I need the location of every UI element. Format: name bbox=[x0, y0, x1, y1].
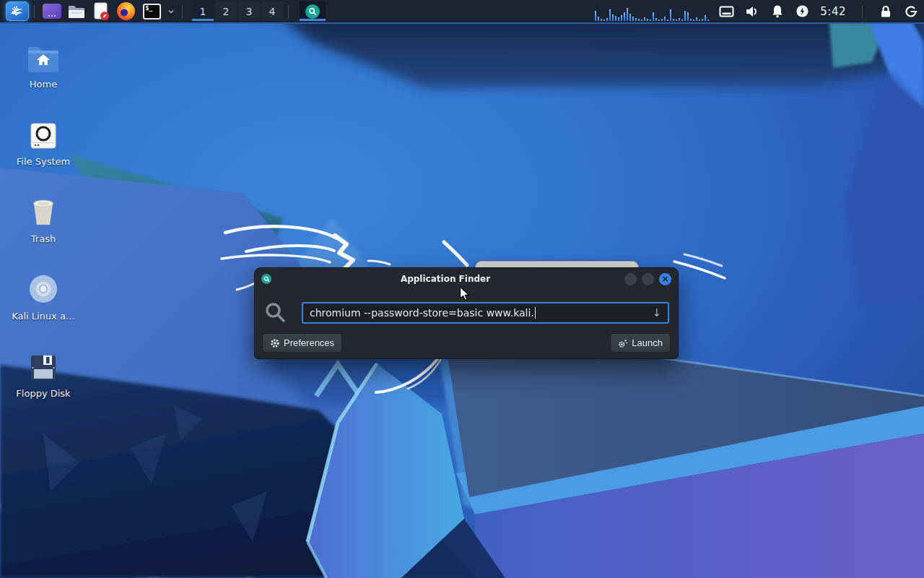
application-finder-icon bbox=[261, 274, 271, 284]
desktop-icon-label: Home bbox=[10, 79, 77, 90]
gear-icon bbox=[270, 338, 280, 348]
launcher-text-editor[interactable] bbox=[90, 1, 112, 22]
launcher-terminal-emulator[interactable]: $_ bbox=[139, 1, 164, 22]
launcher-terminal-purple[interactable] bbox=[41, 1, 63, 22]
desktop-icon-floppy-disk[interactable]: Floppy Disk bbox=[10, 348, 77, 399]
desktop-icon-kali-linux-cd[interactable]: Kali Linux a… bbox=[10, 271, 77, 322]
file-manager-icon bbox=[67, 3, 86, 20]
hard-drive-icon bbox=[10, 116, 77, 150]
close-button[interactable]: × bbox=[659, 273, 671, 285]
workspace-switcher: 1 2 3 4 bbox=[192, 1, 283, 21]
search-icon bbox=[264, 301, 287, 324]
mouse-cursor bbox=[459, 286, 474, 302]
panel-separator bbox=[862, 5, 863, 18]
window-title: Application Finder bbox=[271, 274, 619, 284]
clock[interactable]: 5:42 bbox=[820, 5, 846, 18]
terminal-icon: $_ bbox=[143, 4, 161, 20]
launch-button[interactable]: Launch bbox=[610, 333, 671, 353]
trash-icon bbox=[10, 194, 77, 227]
desktop: Home File System Trash bbox=[0, 0, 924, 578]
lock-icon[interactable] bbox=[879, 4, 893, 19]
application-finder-window: Application Finder × chromium --password… bbox=[254, 267, 679, 359]
preferences-button-label: Preferences bbox=[284, 337, 334, 348]
power-icon[interactable] bbox=[796, 4, 809, 18]
taskbar-item-application-finder[interactable] bbox=[300, 1, 326, 21]
chevron-down-icon[interactable] bbox=[167, 7, 175, 16]
search-input[interactable]: chromium --password-store=basic www.kali… bbox=[302, 302, 669, 324]
desktop-icon-trash[interactable]: Trash bbox=[10, 194, 77, 244]
panel-separator bbox=[34, 5, 35, 18]
launch-icon bbox=[618, 338, 628, 348]
firefox-icon bbox=[117, 2, 135, 20]
kali-dragon-icon bbox=[9, 3, 26, 20]
display-icon[interactable] bbox=[719, 4, 734, 19]
logout-icon[interactable] bbox=[904, 4, 918, 19]
volume-icon[interactable] bbox=[745, 4, 759, 19]
notifications-icon[interactable] bbox=[770, 4, 785, 19]
text-editor-icon bbox=[92, 2, 110, 21]
panel-separator bbox=[288, 5, 289, 18]
top-panel: $_ 1 2 3 4 bbox=[0, 0, 924, 24]
desktop-icon-label: Trash bbox=[10, 233, 77, 244]
desktop-icon-label: Floppy Disk bbox=[10, 388, 77, 399]
floppy-disk-icon bbox=[10, 348, 77, 381]
desktop-icon-file-system[interactable]: File System bbox=[10, 116, 77, 167]
launcher-file-manager[interactable] bbox=[66, 1, 87, 22]
home-folder-icon bbox=[10, 39, 77, 72]
workspace-2[interactable]: 2 bbox=[215, 1, 237, 21]
optical-disc-icon bbox=[10, 271, 77, 304]
launcher-firefox[interactable] bbox=[115, 1, 136, 22]
applications-menu-button[interactable] bbox=[6, 1, 29, 21]
panel-separator bbox=[182, 5, 183, 18]
cpu-graph[interactable] bbox=[595, 2, 710, 21]
desktop-icon-label: File System bbox=[10, 156, 77, 167]
maximize-button[interactable] bbox=[642, 273, 654, 285]
search-input-value: chromium --password-store=basic www.kali… bbox=[310, 307, 534, 319]
terminal-purple-icon bbox=[43, 4, 61, 19]
desktop-icon-home[interactable]: Home bbox=[10, 39, 77, 90]
workspace-3[interactable]: 3 bbox=[238, 1, 260, 21]
text-caret bbox=[535, 307, 536, 319]
desktop-icon-label: Kali Linux a… bbox=[10, 311, 77, 322]
minimize-button[interactable] bbox=[624, 273, 637, 285]
application-finder-icon bbox=[305, 4, 320, 19]
launch-button-label: Launch bbox=[632, 337, 663, 348]
workspace-1[interactable]: 1 bbox=[192, 1, 214, 21]
workspace-4[interactable]: 4 bbox=[261, 1, 283, 21]
history-dropdown-arrow-icon[interactable]: ↓ bbox=[646, 306, 661, 319]
preferences-button[interactable]: Preferences bbox=[262, 333, 342, 353]
